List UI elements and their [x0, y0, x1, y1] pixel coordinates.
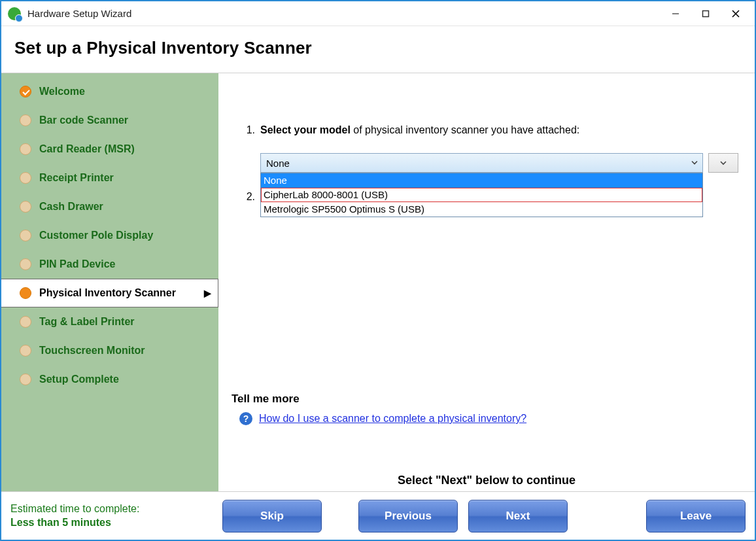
sidebar-item-label: PIN Pad Device [39, 258, 116, 270]
tell-me-more-heading: Tell me more [232, 393, 526, 406]
chevron-right-icon: ▶ [204, 288, 211, 298]
maximize-button[interactable] [691, 4, 721, 24]
sidebar-item-label: Tag & Label Printer [39, 316, 135, 328]
check-icon [20, 86, 31, 97]
minimize-icon [672, 10, 679, 18]
model-select[interactable]: None [260, 153, 703, 173]
sidebar-item-label: Touchscreen Monitor [39, 345, 145, 357]
chevron-down-icon [719, 159, 727, 167]
bullet-icon [20, 316, 31, 328]
leave-button[interactable]: Leave [646, 500, 746, 532]
svg-rect-1 [703, 10, 709, 16]
bullet-icon [20, 201, 31, 213]
model-option-cipherlab[interactable]: CipherLab 8000-8001 (USB) [261, 188, 702, 202]
step-number: 1. [238, 124, 255, 136]
help-icon: ? [239, 412, 252, 425]
bullet-icon [20, 114, 31, 126]
sidebar-item-cash-drawer[interactable]: Cash Drawer [1, 192, 218, 221]
sidebar-item-label: Receipt Printer [39, 172, 114, 184]
eta-label: Estimated time to complete: [10, 502, 186, 516]
sidebar-item-label: Physical Inventory Scanner [39, 287, 176, 299]
sidebar-item-pin-pad[interactable]: PIN Pad Device [1, 250, 218, 279]
model-select-wrap: None None CipherLab 8000-8001 (USB) Metr… [260, 153, 735, 173]
help-link-physical-inventory[interactable]: How do I use a scanner to complete a phy… [259, 413, 526, 425]
model-option-metrologic[interactable]: Metrologic SP5500 Optimus S (USB) [261, 202, 702, 217]
sidebar-item-label: Customer Pole Display [39, 230, 153, 241]
body: Welcome Bar code Scanner Card Reader (MS… [1, 73, 755, 491]
bullet-active-icon [20, 287, 31, 299]
sidebar-item-barcode-scanner[interactable]: Bar code Scanner [1, 106, 218, 135]
help-row: ? How do I use a scanner to complete a p… [239, 412, 526, 425]
bullet-icon [20, 143, 31, 155]
model-select-value: None [266, 158, 290, 169]
step-1: 1. Select your model of physical invento… [238, 124, 735, 136]
model-option-none[interactable]: None [261, 173, 702, 188]
step-number: 2. [238, 191, 255, 203]
window-title: Hardware Setup Wizard [27, 8, 131, 19]
sidebar-item-receipt-printer[interactable]: Receipt Printer [1, 164, 218, 192]
next-button[interactable]: Next [468, 500, 568, 532]
wizard-window: Hardware Setup Wizard Set up a Physical … [0, 0, 756, 541]
bullet-icon [20, 345, 31, 357]
close-button[interactable] [721, 4, 751, 24]
wizard-steps-sidebar: Welcome Bar code Scanner Card Reader (MS… [1, 73, 218, 491]
sidebar-item-tag-label-printer[interactable]: Tag & Label Printer [1, 307, 218, 336]
model-select-aux-button[interactable] [708, 153, 738, 173]
app-icon [8, 7, 21, 20]
wizard-footer: Estimated time to complete: Less than 5 … [1, 491, 755, 540]
sidebar-item-setup-complete[interactable]: Setup Complete [1, 365, 218, 394]
close-icon [731, 9, 740, 18]
step-1-rest: of physical inventory scanner you have a… [351, 124, 579, 135]
eta: Estimated time to complete: Less than 5 … [10, 502, 186, 530]
model-select-dropdown: None CipherLab 8000-8001 (USB) Metrologi… [260, 173, 703, 217]
bullet-icon [20, 258, 31, 270]
eta-value: Less than 5 minutes [10, 516, 186, 530]
button-bar: Skip Previous Next Leave [212, 500, 746, 532]
main-panel: 1. Select your model of physical invento… [218, 73, 755, 491]
minimize-button[interactable] [661, 4, 691, 24]
step-1-bold: Select your model [260, 124, 351, 135]
skip-button[interactable]: Skip [222, 500, 322, 532]
step-1-text: Select your model of physical inventory … [260, 124, 579, 136]
tell-me-more-section: Tell me more ? How do I use a scanner to… [232, 393, 526, 425]
bullet-icon [20, 172, 31, 184]
sidebar-item-welcome[interactable]: Welcome [1, 77, 218, 106]
chevron-down-icon [691, 158, 698, 169]
sidebar-item-label: Setup Complete [39, 374, 119, 385]
sidebar-item-label: Bar code Scanner [39, 114, 128, 126]
titlebar: Hardware Setup Wizard [1, 1, 755, 26]
sidebar-item-label: Welcome [39, 86, 85, 97]
sidebar-item-label: Card Reader (MSR) [39, 143, 135, 155]
bullet-icon [20, 230, 31, 241]
page-header: Set up a Physical Inventory Scanner [1, 26, 755, 73]
sidebar-item-card-reader[interactable]: Card Reader (MSR) [1, 135, 218, 164]
page-title: Set up a Physical Inventory Scanner [14, 38, 742, 58]
bullet-icon [20, 374, 31, 385]
sidebar-item-label: Cash Drawer [39, 201, 103, 213]
sidebar-item-pole-display[interactable]: Customer Pole Display [1, 221, 218, 250]
continue-hint: Select "Next" below to continue [218, 474, 755, 487]
sidebar-item-touchscreen-monitor[interactable]: Touchscreen Monitor [1, 336, 218, 365]
sidebar-item-physical-inventory-scanner[interactable]: Physical Inventory Scanner ▶ [1, 279, 218, 307]
previous-button[interactable]: Previous [358, 500, 458, 532]
maximize-icon [702, 10, 710, 18]
